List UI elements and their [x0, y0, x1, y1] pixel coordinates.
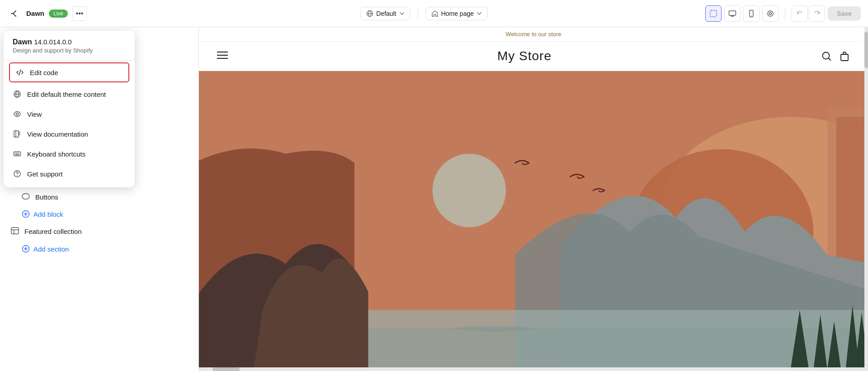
top-bar: Dawn Live ••• Default Home page — [0, 0, 868, 27]
default-label: Default — [376, 10, 396, 17]
add-block-button[interactable]: Add block — [0, 205, 198, 223]
mobile-button[interactable] — [743, 5, 760, 22]
svg-rect-3 — [710, 10, 717, 17]
homepage-dropdown[interactable]: Home page — [425, 7, 488, 20]
redo-button[interactable] — [809, 5, 825, 22]
featured-collection-label: Featured collection — [24, 228, 82, 235]
svg-point-6 — [751, 15, 752, 16]
buttons-label: Buttons — [35, 193, 58, 201]
undo-button[interactable] — [792, 5, 808, 22]
top-bar-center: Default Home page — [148, 7, 700, 20]
edit-default-theme-label: Edit default theme content — [27, 90, 106, 98]
svg-point-40 — [433, 154, 506, 227]
view-button[interactable]: View — [4, 104, 135, 124]
redo-icon — [813, 10, 821, 17]
svg-rect-13 — [14, 131, 19, 137]
mobile-icon — [747, 10, 755, 18]
save-button[interactable]: Save — [828, 6, 861, 21]
svg-rect-14 — [14, 152, 21, 156]
chevron-down-icon — [399, 11, 405, 16]
add-block-label: Add block — [33, 210, 63, 218]
preview-icon — [766, 10, 774, 18]
eye-icon — [13, 109, 22, 119]
sidebar: Dawn 14.0.014.0.0 Design and support by … — [0, 27, 199, 371]
separator2 — [785, 8, 785, 19]
hero-illustration — [199, 71, 868, 370]
bag-icon[interactable] — [839, 51, 850, 62]
store-topbar: Welcome to our store — [199, 27, 868, 42]
svg-point-12 — [16, 113, 19, 115]
select-icon — [709, 10, 717, 18]
add-section-button[interactable]: Add section — [0, 240, 198, 257]
keyboard-shortcuts-button[interactable]: Keyboard shortcuts — [4, 144, 135, 164]
code-icon — [15, 68, 24, 77]
top-bar-right: Save — [705, 5, 861, 22]
live-badge: Live — [49, 10, 68, 18]
globe-icon — [366, 10, 373, 17]
store-nav: My Store — [199, 42, 868, 71]
desktop-icon — [728, 10, 736, 18]
top-bar-left: Dawn Live ••• — [7, 6, 143, 21]
help-icon — [13, 169, 22, 178]
home-icon — [431, 10, 439, 17]
scrollbar-thumb[interactable] — [864, 32, 868, 68]
dropdown-title: Dawn 14.0.014.0.0 — [13, 38, 126, 46]
svg-point-23 — [17, 175, 18, 176]
svg-point-7 — [768, 11, 773, 16]
preview-frame: Welcome to our store My Store — [199, 27, 868, 371]
chevron-down-icon2 — [476, 11, 482, 16]
preview-area: Welcome to our store My Store — [199, 27, 868, 371]
keyboard-shortcuts-label: Keyboard shortcuts — [27, 150, 85, 158]
svg-rect-24 — [22, 194, 29, 199]
search-icon[interactable] — [821, 51, 832, 62]
exit-button[interactable] — [7, 6, 22, 21]
plus-circle-icon2 — [22, 245, 30, 253]
store-topbar-text: Welcome to our store — [505, 31, 561, 38]
more-icon: ••• — [76, 10, 84, 18]
svg-rect-26 — [11, 228, 19, 234]
hamburger-icon[interactable] — [217, 51, 228, 62]
featured-collection-item[interactable]: Featured collection — [0, 223, 198, 240]
get-support-label: Get support — [27, 170, 62, 178]
store-name: My Store — [497, 49, 552, 63]
view-docs-label: View documentation — [27, 130, 88, 138]
desktop-button[interactable] — [724, 5, 741, 22]
separator — [418, 8, 418, 19]
view-label: View — [27, 110, 42, 118]
undo-icon — [796, 10, 803, 17]
preview-button[interactable] — [762, 5, 778, 22]
default-dropdown[interactable]: Default — [360, 7, 410, 20]
edit-code-button[interactable]: Edit code — [9, 62, 129, 82]
plus-circle-icon — [22, 210, 30, 218]
svg-rect-4 — [729, 11, 736, 15]
store-nav-icons — [821, 51, 850, 62]
preview-scrollbar[interactable] — [864, 27, 868, 371]
dropdown-subtitle: Design and support by Shopify — [13, 47, 126, 54]
edit-code-label: Edit code — [30, 69, 58, 76]
edit-theme-icon — [13, 90, 22, 99]
buttons-item[interactable]: Buttons — [0, 189, 198, 205]
view-docs-button[interactable]: View documentation — [4, 124, 135, 144]
get-support-button[interactable]: Get support — [4, 164, 135, 184]
buttons-icon — [22, 193, 31, 201]
hscroll-thumb[interactable] — [212, 367, 240, 371]
homepage-label: Home page — [441, 10, 474, 17]
edit-default-theme-button[interactable]: Edit default theme content — [4, 84, 135, 104]
dropdown-header: Dawn 14.0.014.0.0 Design and support by … — [4, 38, 135, 61]
theme-name: Dawn — [26, 10, 44, 17]
more-button[interactable]: ••• — [72, 6, 87, 21]
preview-hscroll[interactable] — [199, 367, 868, 371]
svg-point-8 — [769, 12, 772, 14]
main-layout: Dawn 14.0.014.0.0 Design and support by … — [0, 27, 868, 371]
add-section-label: Add section — [33, 245, 69, 253]
dropdown-menu: Dawn 14.0.014.0.0 Design and support by … — [4, 31, 135, 187]
keyboard-icon — [13, 149, 22, 158]
book-icon — [13, 129, 22, 138]
select-tool-button[interactable] — [705, 5, 722, 22]
svg-rect-34 — [841, 54, 848, 61]
collection-icon — [11, 227, 20, 236]
undo-redo-group — [792, 5, 825, 22]
